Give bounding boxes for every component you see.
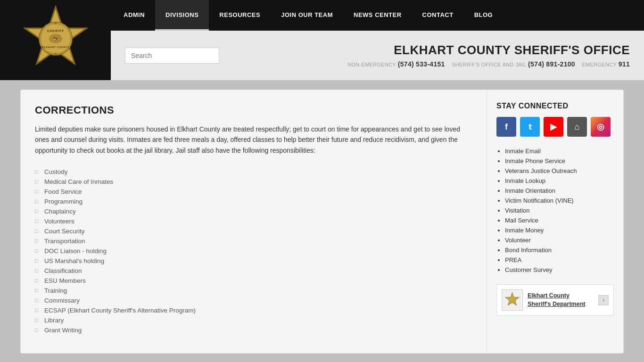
list-item: Programming <box>35 197 468 206</box>
nav-contact[interactable]: CONTACT <box>412 0 464 31</box>
list-item: Library <box>35 315 468 325</box>
nav-news-center[interactable]: NEWS CENTER <box>343 0 412 31</box>
nav-divisions[interactable]: DIVISIONS <box>155 0 209 31</box>
list-item: Medical Care of Inmates <box>35 177 468 187</box>
list-item: ECSAP (Elkhart County Sheriff's Alternat… <box>35 305 468 315</box>
left-content: CORRECTIONS Limited deputies make sure p… <box>21 90 487 353</box>
sidebar-links-list: Inmate EmailInmate Phone ServiceVeterans… <box>496 146 614 275</box>
nav-resources[interactable]: RESOURCES <box>209 0 271 31</box>
jail-label: SHERIFF'S OFFICE AND JAIL <box>452 62 526 67</box>
list-item: DOC Liaison - holding <box>35 246 468 256</box>
page-title: CORRECTIONS <box>35 104 468 116</box>
list-item: Custody <box>35 167 468 177</box>
list-item: Court Security <box>35 226 468 236</box>
svg-point-7 <box>55 23 57 25</box>
nav-join-our-team[interactable]: JOIN OUR TEAM <box>271 0 343 31</box>
sheriff-badge-icon: SHERIFF 🦅 ELKHART COUNTY <box>20 5 91 75</box>
sidebar-link-item[interactable]: Inmate Lookup <box>505 176 614 186</box>
list-item: ESU Members <box>35 276 468 286</box>
list-item: Transportation <box>35 236 468 246</box>
svg-point-10 <box>509 296 516 303</box>
sidebar-link-item[interactable]: Mail Service <box>505 215 614 225</box>
list-item: US Marshal's holding <box>35 256 468 266</box>
logo-area: SHERIFF 🦅 ELKHART COUNTY <box>0 0 111 80</box>
sidebar-link-item[interactable]: Volunteer <box>505 235 614 245</box>
sidebar-link-item[interactable]: PREA <box>505 255 614 265</box>
search-input[interactable] <box>125 48 219 64</box>
sidebar-link-item[interactable]: Victim Notification (VINE) <box>505 196 614 206</box>
facebook-icon[interactable]: f <box>496 117 516 137</box>
right-sidebar: STAY CONNECTED f 𝕥 ▶ ⌂ ◎ Inmate EmailInm… <box>487 90 623 353</box>
sidebar-link-item[interactable]: Inmate Phone Service <box>505 156 614 166</box>
widget-text-line2: Sheriff's Department <box>528 300 585 309</box>
widget-logo <box>502 289 523 311</box>
nav-admin[interactable]: ADMIN <box>113 0 155 31</box>
svg-text:SHERIFF: SHERIFF <box>47 29 64 33</box>
phone-line: NON-EMERGENCY (574) 533-4151 SHERIFF'S O… <box>347 60 630 68</box>
sidebar-link-item[interactable]: Inmate Money <box>505 225 614 235</box>
svg-text:ELKHART COUNTY: ELKHART COUNTY <box>41 46 69 49</box>
list-item: Classification <box>35 266 468 276</box>
stay-connected-title: STAY CONNECTED <box>496 102 614 110</box>
corrections-list: CustodyMedical Care of InmatesFood Servi… <box>35 167 468 335</box>
section-description: Limited deputies make sure prisoners hou… <box>35 124 468 156</box>
sidebar-link-item[interactable]: Bond Information <box>505 245 614 255</box>
sub-header: ELKHART COUNTY SHERIFF'S OFFICE NON-EMER… <box>111 31 644 80</box>
instagram-icon[interactable]: ◎ <box>591 117 611 137</box>
social-icons-row: f 𝕥 ▶ ⌂ ◎ <box>496 117 614 137</box>
widget-badge-icon <box>504 292 520 308</box>
footer-widget[interactable]: Elkhart County Sheriff's Department › <box>496 284 614 316</box>
sidebar-link-item[interactable]: Inmate Orientation <box>505 186 614 196</box>
list-item: Volunteers <box>35 216 468 226</box>
home-icon[interactable]: ⌂ <box>567 117 587 137</box>
list-item: Chaplaincy <box>35 206 468 216</box>
content-wrapper: CORRECTIONS Limited deputies make sure p… <box>11 90 633 354</box>
office-title: ELKHART COUNTY SHERIFF'S OFFICE <box>347 43 630 58</box>
svg-text:🦅: 🦅 <box>53 36 58 42</box>
non-emergency-label: NON-EMERGENCY <box>347 62 396 67</box>
twitter-icon[interactable]: 𝕥 <box>520 117 540 137</box>
nav-blog[interactable]: BLOG <box>464 0 504 31</box>
office-info: ELKHART COUNTY SHERIFF'S OFFICE NON-EMER… <box>347 43 630 68</box>
list-item: Grant Writing <box>35 325 468 335</box>
sidebar-link-item[interactable]: Customer Survey <box>505 265 614 275</box>
sidebar-link-item[interactable]: Inmate Email <box>505 146 614 156</box>
list-item: Food Service <box>35 187 468 197</box>
widget-arrow-icon[interactable]: › <box>598 295 609 305</box>
list-item: Commissary <box>35 296 468 305</box>
sidebar-link-item[interactable]: Veterans Justice Outreach <box>505 166 614 176</box>
widget-text: Elkhart County Sheriff's Department <box>528 292 585 308</box>
svg-point-8 <box>55 53 57 55</box>
emergency-label: EMERGENCY <box>582 62 617 67</box>
widget-text-line1: Elkhart County <box>528 292 585 300</box>
list-item: Training <box>35 286 468 296</box>
youtube-icon[interactable]: ▶ <box>544 117 563 137</box>
main-card: CORRECTIONS Limited deputies make sure p… <box>20 90 624 354</box>
sidebar-link-item[interactable]: Visitation <box>505 206 614 215</box>
